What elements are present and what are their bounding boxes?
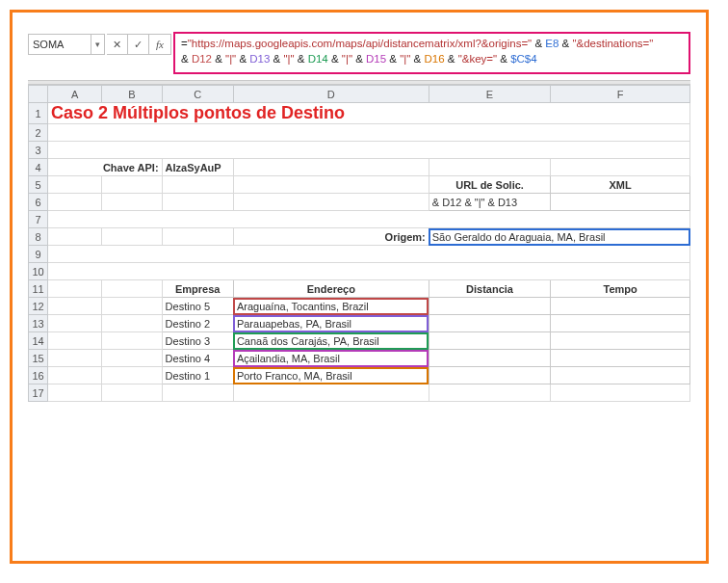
col-endereco[interactable]: Endereço bbox=[233, 280, 429, 298]
cell[interactable] bbox=[48, 124, 690, 142]
cell-D16[interactable]: Porto Franco, MA, Brasil bbox=[233, 367, 429, 384]
cell[interactable] bbox=[162, 176, 233, 194]
table-row[interactable]: Destino 5 bbox=[162, 298, 233, 315]
cell[interactable] bbox=[551, 367, 690, 384]
fx-button[interactable]: fx bbox=[149, 35, 170, 54]
col-empresa[interactable]: Empresa bbox=[162, 280, 233, 298]
row-header[interactable]: 17 bbox=[29, 384, 48, 402]
cell[interactable] bbox=[102, 176, 162, 194]
xml-header[interactable]: XML bbox=[551, 176, 690, 194]
cell-D14[interactable]: Canaã dos Carajás, PA, Brasil bbox=[233, 332, 429, 350]
cell[interactable] bbox=[429, 367, 551, 384]
url-header[interactable]: URL de Solic. bbox=[429, 176, 551, 194]
col-distancia[interactable]: Distancia bbox=[429, 280, 551, 298]
cell[interactable] bbox=[551, 350, 690, 367]
row-header[interactable]: 15 bbox=[29, 350, 48, 367]
cell-D12[interactable]: Araguaína, Tocantins, Brazil bbox=[233, 298, 429, 315]
row-header[interactable]: 7 bbox=[29, 211, 48, 228]
cell[interactable] bbox=[48, 194, 102, 211]
cell-E6-editing[interactable]: & D12 & "|" & D13 bbox=[429, 194, 551, 211]
cell[interactable] bbox=[102, 315, 162, 332]
row-header[interactable]: 16 bbox=[29, 367, 48, 384]
cell-C4-api-key[interactable]: AIzaSyAuP bbox=[162, 159, 233, 176]
cell[interactable] bbox=[102, 350, 162, 367]
cell[interactable] bbox=[429, 350, 551, 367]
row-header[interactable]: 3 bbox=[29, 142, 48, 159]
cell[interactable] bbox=[48, 280, 102, 298]
cell[interactable] bbox=[102, 228, 162, 246]
cell[interactable] bbox=[102, 384, 162, 402]
name-box-dropdown-icon[interactable]: ▾ bbox=[91, 35, 104, 54]
col-tempo[interactable]: Tempo bbox=[551, 280, 690, 298]
cell-D13[interactable]: Parauapebas, PA, Brasil bbox=[233, 315, 429, 332]
cell[interactable] bbox=[551, 332, 690, 350]
name-box[interactable] bbox=[29, 39, 91, 50]
cell[interactable] bbox=[48, 246, 690, 263]
col-header-C[interactable]: C bbox=[162, 86, 233, 103]
select-all-corner[interactable] bbox=[29, 86, 48, 103]
row-header[interactable]: 4 bbox=[29, 159, 48, 176]
row-header[interactable]: 1 bbox=[29, 103, 48, 124]
cell[interactable] bbox=[162, 228, 233, 246]
row-header[interactable]: 12 bbox=[29, 298, 48, 315]
cell[interactable] bbox=[48, 142, 690, 159]
cell[interactable] bbox=[48, 211, 690, 228]
row-header[interactable]: 11 bbox=[29, 280, 48, 298]
cell[interactable] bbox=[102, 194, 162, 211]
cell[interactable] bbox=[551, 159, 690, 176]
cell[interactable] bbox=[102, 332, 162, 350]
cell[interactable] bbox=[48, 315, 102, 332]
cell[interactable] bbox=[233, 159, 429, 176]
cell[interactable] bbox=[429, 159, 551, 176]
cell[interactable] bbox=[233, 384, 429, 402]
row-header[interactable]: 6 bbox=[29, 194, 48, 211]
cell[interactable] bbox=[551, 384, 690, 402]
cell-F6[interactable] bbox=[551, 194, 690, 211]
cell[interactable] bbox=[48, 384, 102, 402]
cell[interactable] bbox=[48, 228, 102, 246]
cell[interactable] bbox=[162, 194, 233, 211]
cell[interactable] bbox=[551, 298, 690, 315]
cell[interactable] bbox=[48, 367, 102, 384]
cell[interactable] bbox=[429, 298, 551, 315]
table-row[interactable]: Destino 2 bbox=[162, 315, 233, 332]
formula-bar[interactable]: ="https://maps.googleapis.com/maps/api/d… bbox=[173, 32, 690, 74]
cell[interactable] bbox=[102, 298, 162, 315]
cell[interactable] bbox=[233, 194, 429, 211]
worksheet[interactable]: A B C D E F 1 Caso 2 Múltiplos pontos de… bbox=[28, 85, 690, 402]
cell[interactable] bbox=[48, 350, 102, 367]
cell[interactable] bbox=[233, 176, 429, 194]
cell[interactable] bbox=[48, 332, 102, 350]
table-row[interactable]: Destino 3 bbox=[162, 332, 233, 350]
table-row[interactable]: Destino 4 bbox=[162, 350, 233, 367]
cell[interactable] bbox=[48, 298, 102, 315]
col-header-B[interactable]: B bbox=[102, 86, 162, 103]
accept-formula-button[interactable]: ✓ bbox=[128, 35, 149, 54]
row-header[interactable]: 13 bbox=[29, 315, 48, 332]
cancel-formula-button[interactable]: ✕ bbox=[107, 35, 128, 54]
origem-label[interactable]: Origem: bbox=[233, 228, 429, 246]
row-header[interactable]: 5 bbox=[29, 176, 48, 194]
row-header[interactable]: 10 bbox=[29, 263, 48, 280]
row-header[interactable]: 9 bbox=[29, 246, 48, 263]
name-box-wrap[interactable]: ▾ bbox=[28, 34, 105, 55]
cell-E8-origem[interactable]: São Geraldo do Araguaia, MA, Brasil bbox=[429, 228, 689, 246]
col-header-D[interactable]: D bbox=[233, 86, 429, 103]
row-header[interactable]: 14 bbox=[29, 332, 48, 350]
cell[interactable] bbox=[48, 176, 102, 194]
col-header-F[interactable]: F bbox=[551, 86, 690, 103]
cell[interactable] bbox=[48, 263, 690, 280]
col-header-A[interactable]: A bbox=[48, 86, 102, 103]
row-header[interactable]: 8 bbox=[29, 228, 48, 246]
cell[interactable] bbox=[429, 315, 551, 332]
cell-D15[interactable]: Açailandia, MA, Brasil bbox=[233, 350, 429, 367]
col-header-E[interactable]: E bbox=[429, 86, 551, 103]
cell[interactable] bbox=[551, 315, 690, 332]
table-row[interactable]: Destino 1 bbox=[162, 367, 233, 384]
row-header[interactable]: 2 bbox=[29, 124, 48, 142]
cell[interactable] bbox=[162, 384, 233, 402]
cell-A1[interactable]: Caso 2 Múltiplos pontos de Destino bbox=[48, 103, 690, 124]
cell[interactable] bbox=[429, 332, 551, 350]
cell[interactable] bbox=[102, 280, 162, 298]
cell[interactable] bbox=[429, 384, 551, 402]
